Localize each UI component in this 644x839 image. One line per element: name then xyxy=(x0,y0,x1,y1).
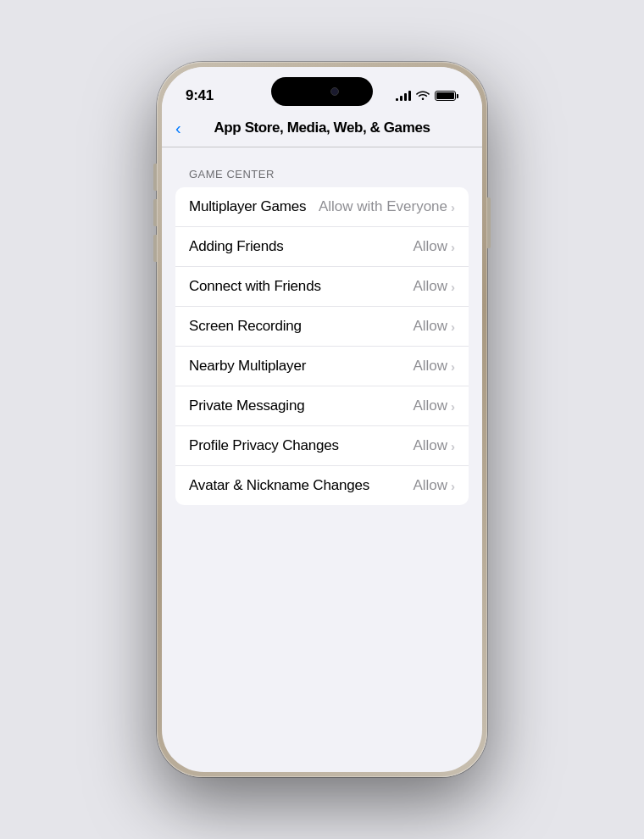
dynamic-island xyxy=(271,77,373,106)
connect-with-friends-row[interactable]: Connect with Friends Allow › xyxy=(175,267,469,307)
nearby-multiplayer-chevron-icon: › xyxy=(451,360,455,373)
screen-recording-label: Screen Recording xyxy=(189,318,302,335)
phone-screen: 9:41 xyxy=(162,67,482,772)
adding-friends-value: Allow xyxy=(413,238,447,255)
adding-friends-chevron-icon: › xyxy=(451,241,455,253)
profile-privacy-changes-value-group: Allow › xyxy=(413,437,455,454)
screen-recording-value: Allow xyxy=(413,318,447,335)
profile-privacy-changes-row[interactable]: Profile Privacy Changes Allow › xyxy=(175,426,469,466)
multiplayer-games-row[interactable]: Multiplayer Games Allow with Everyone › xyxy=(175,187,469,227)
nearby-multiplayer-value-group: Allow › xyxy=(413,358,455,375)
connect-with-friends-label: Connect with Friends xyxy=(189,278,321,295)
connect-with-friends-chevron-icon: › xyxy=(451,281,455,293)
private-messaging-label: Private Messaging xyxy=(189,397,304,414)
multiplayer-games-chevron-icon: › xyxy=(451,201,455,214)
status-time: 9:41 xyxy=(186,87,214,104)
nearby-multiplayer-row[interactable]: Nearby Multiplayer Allow › xyxy=(175,347,469,386)
nearby-multiplayer-value: Allow xyxy=(413,358,447,375)
phone-frame: 9:41 xyxy=(157,62,487,777)
adding-friends-row[interactable]: Adding Friends Allow › xyxy=(175,227,469,267)
signal-icon xyxy=(396,91,411,101)
battery-icon xyxy=(435,91,458,101)
screen-recording-value-group: Allow › xyxy=(413,318,455,335)
private-messaging-value-group: Allow › xyxy=(413,397,455,414)
game-center-settings-group: Multiplayer Games Allow with Everyone › … xyxy=(175,187,469,505)
status-bar: 9:41 xyxy=(162,67,482,113)
back-chevron-icon: ‹ xyxy=(175,119,181,136)
screen-recording-chevron-icon: › xyxy=(451,320,455,333)
connect-with-friends-value: Allow xyxy=(413,278,447,295)
private-messaging-row[interactable]: Private Messaging Allow › xyxy=(175,386,469,426)
private-messaging-value: Allow xyxy=(413,397,447,414)
profile-privacy-changes-value: Allow xyxy=(413,437,447,454)
front-camera xyxy=(330,87,339,96)
game-center-section-header: GAME CENTER xyxy=(175,168,469,181)
back-button[interactable]: ‹ xyxy=(175,120,181,136)
adding-friends-value-group: Allow › xyxy=(413,238,455,255)
content-area: GAME CENTER Multiplayer Games Allow with… xyxy=(162,147,482,519)
profile-privacy-changes-label: Profile Privacy Changes xyxy=(189,437,339,454)
avatar-nickname-changes-row[interactable]: Avatar & Nickname Changes Allow › xyxy=(175,466,469,505)
profile-privacy-changes-chevron-icon: › xyxy=(451,440,455,453)
navigation-bar: ‹ App Store, Media, Web, & Games xyxy=(162,113,482,147)
multiplayer-games-value: Allow with Everyone xyxy=(319,198,447,215)
nearby-multiplayer-label: Nearby Multiplayer xyxy=(189,358,306,375)
multiplayer-games-value-group: Allow with Everyone › xyxy=(319,198,455,215)
wifi-icon xyxy=(416,90,430,103)
avatar-nickname-changes-chevron-icon: › xyxy=(451,480,455,492)
avatar-nickname-changes-value-group: Allow › xyxy=(413,477,455,494)
avatar-nickname-changes-label: Avatar & Nickname Changes xyxy=(189,477,369,494)
page-title: App Store, Media, Web, & Games xyxy=(214,119,430,136)
screen-recording-row[interactable]: Screen Recording Allow › xyxy=(175,307,469,347)
adding-friends-label: Adding Friends xyxy=(189,238,284,255)
status-icons xyxy=(396,90,458,103)
private-messaging-chevron-icon: › xyxy=(451,400,455,413)
connect-with-friends-value-group: Allow › xyxy=(413,278,455,295)
avatar-nickname-changes-value: Allow xyxy=(413,477,447,494)
multiplayer-games-label: Multiplayer Games xyxy=(189,198,306,215)
